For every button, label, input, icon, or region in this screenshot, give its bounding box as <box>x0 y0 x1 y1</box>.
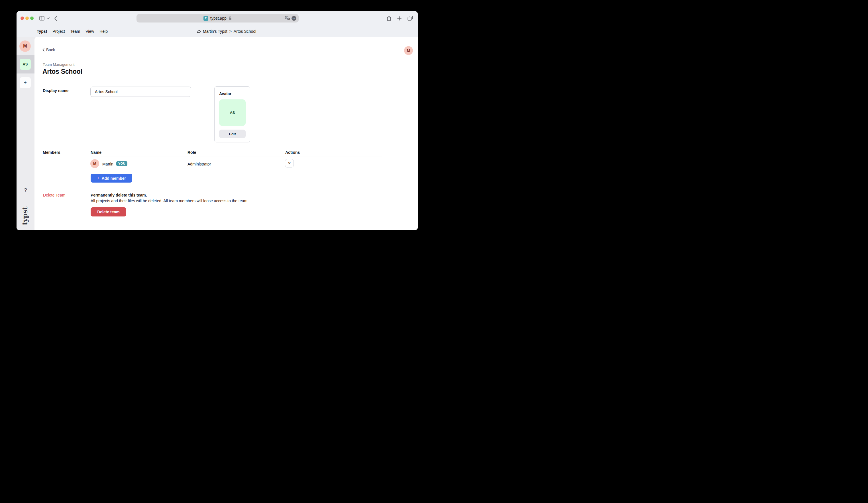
column-header-actions: Actions <box>285 150 300 155</box>
breadcrumb-separator-icon: > <box>229 29 232 34</box>
sidebar-user-avatar[interactable]: M <box>19 40 31 52</box>
delete-team-button[interactable]: Delete team <box>91 207 126 217</box>
back-navigation-icon[interactable] <box>54 16 57 21</box>
plus-icon: + <box>97 176 100 181</box>
back-chevron-icon <box>42 48 44 52</box>
delete-warning-title: Permanently delete this team. <box>91 193 147 197</box>
edit-avatar-button[interactable]: Edit <box>219 129 246 138</box>
member-role: Administrator <box>187 162 211 166</box>
table-header-divider <box>91 156 382 156</box>
cloud-icon <box>197 30 201 33</box>
delete-warning-body: All projects and their files will be del… <box>91 199 248 203</box>
toolbar-divider <box>46 14 46 22</box>
lock-icon <box>229 16 232 20</box>
new-tab-icon[interactable] <box>397 16 402 21</box>
remove-member-button[interactable]: ✕ <box>285 159 294 167</box>
add-member-label: Add member <box>102 176 126 181</box>
svg-text:文: 文 <box>288 18 290 20</box>
zoom-window-button[interactable] <box>30 17 34 20</box>
chevron-down-icon[interactable] <box>47 17 50 19</box>
screenshot-page: t typst.app A 文 ••• <box>0 0 434 251</box>
back-button[interactable]: Back <box>42 48 55 52</box>
delete-team-label: Delete Team <box>43 193 65 197</box>
browser-toolbar: t typst.app A 文 ••• <box>17 11 418 26</box>
back-label: Back <box>46 48 55 52</box>
member-name: Martin <box>102 162 113 166</box>
avatar-card: Avatar AS Edit <box>214 86 250 143</box>
breadcrumb: Martin's Typst > Artos School <box>197 26 256 37</box>
breadcrumb-parent[interactable]: Martin's Typst <box>203 29 227 34</box>
site-favicon: t <box>204 16 208 21</box>
account-avatar[interactable]: M <box>404 46 413 55</box>
typst-logo: typst <box>18 205 31 227</box>
members-label: Members <box>43 150 60 155</box>
share-icon[interactable] <box>387 15 391 21</box>
team-management-panel: Back M Team Management Artos School Disp… <box>34 37 418 230</box>
page-settings-icon[interactable]: ••• <box>291 16 296 21</box>
svg-text:A: A <box>286 17 288 19</box>
sidebar-toggle-icon[interactable] <box>39 16 44 21</box>
section-label: Team Management <box>43 62 74 67</box>
menu-view[interactable]: View <box>85 29 94 34</box>
menu-help[interactable]: Help <box>100 29 108 34</box>
team-avatar-preview: AS <box>219 99 246 126</box>
close-window-button[interactable] <box>21 17 24 20</box>
app-menubar: Typst Project Team View Help Martin's Ty… <box>17 26 418 37</box>
sidebar-add-team-button[interactable]: + <box>20 77 31 88</box>
sidebar-team-avatar[interactable]: AS <box>20 59 31 70</box>
help-icon[interactable]: ? <box>17 187 34 193</box>
tab-overview-icon[interactable] <box>407 16 413 21</box>
menu-typst[interactable]: Typst <box>37 29 47 34</box>
workspace-sidebar: M AS + ? typst <box>17 37 34 230</box>
menu-team[interactable]: Team <box>70 29 80 34</box>
avatar-card-title: Avatar <box>219 92 231 96</box>
member-avatar: M <box>90 159 99 168</box>
page-title: Artos School <box>42 68 82 75</box>
browser-window: t typst.app A 文 ••• <box>17 11 418 230</box>
url-text: typst.app <box>210 16 227 21</box>
column-header-name: Name <box>91 150 102 155</box>
minimize-window-button[interactable] <box>25 17 29 20</box>
display-name-input[interactable] <box>90 86 191 97</box>
address-bar[interactable]: t typst.app A 文 ••• <box>136 14 299 22</box>
breadcrumb-current: Artos School <box>234 29 256 34</box>
add-member-button[interactable]: + Add member <box>91 174 132 182</box>
column-header-role: Role <box>187 150 196 155</box>
display-name-label: Display name <box>43 88 69 93</box>
menu-project[interactable]: Project <box>52 29 65 34</box>
you-badge: YOU <box>116 161 127 166</box>
translate-icon[interactable]: A 文 <box>285 16 290 21</box>
